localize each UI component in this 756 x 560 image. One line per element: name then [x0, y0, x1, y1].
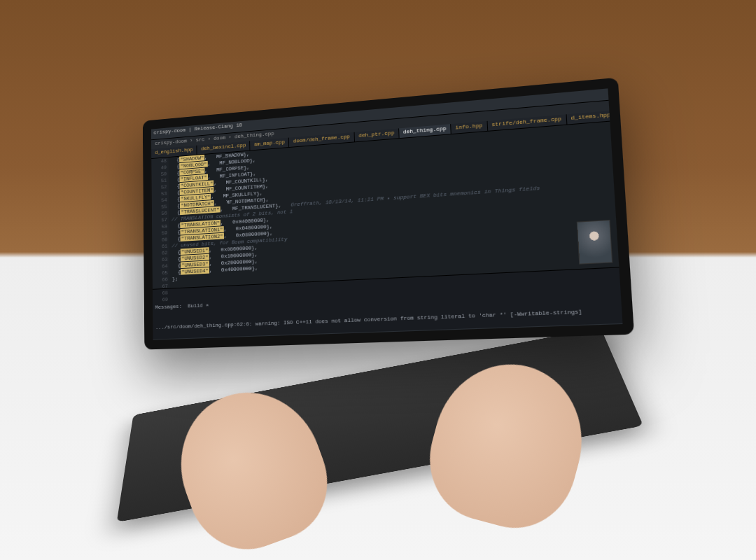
ide-window: crispy-doom | Release-Clang 10 crispy-do… [143, 78, 634, 350]
build-config[interactable]: Release-Clang 10 [195, 122, 242, 132]
debug-thumbnail [577, 220, 612, 265]
line-gutter: 48 49 50 51 52 53 54 55 56 57 58 59 60 6… [151, 158, 169, 289]
project-name: crispy-doom [153, 127, 186, 135]
messages-header[interactable]: Messages: Build × [155, 284, 618, 311]
message-line[interactable]: .../src/doom/deh_thing.cpp:62:6: warning… [155, 307, 619, 331]
photo-scene: crispy-doom | Release-Clang 10 crispy-do… [0, 0, 756, 560]
